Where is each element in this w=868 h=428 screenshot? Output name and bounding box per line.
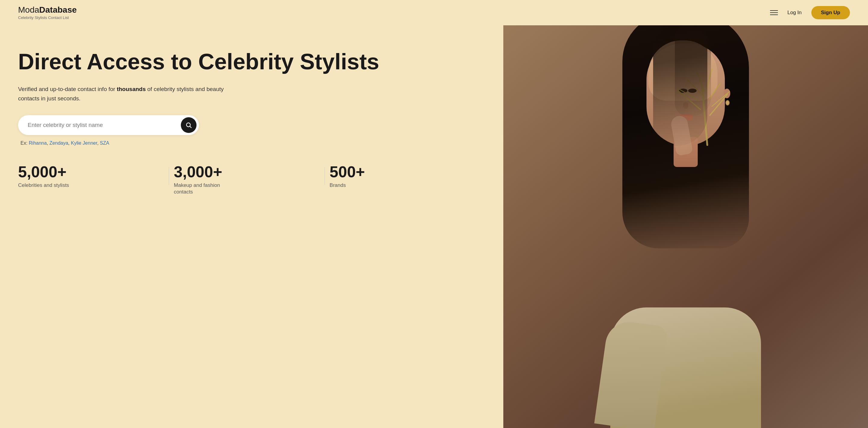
left-section: Direct Access to Celebrity Stylists Veri… (0, 25, 503, 428)
search-button[interactable] (181, 117, 196, 133)
svg-line-1 (190, 126, 191, 128)
search-icon (185, 122, 192, 128)
search-input[interactable] (18, 115, 199, 135)
search-examples: Ex: Rihanna, Zendaya, Kylie Jenner, SZA (21, 141, 485, 146)
search-example-zendaya[interactable]: Zendaya (50, 141, 68, 146)
stat-brands-label: Brands (330, 182, 476, 189)
signup-button[interactable]: Sign Up (811, 6, 850, 19)
stat-brands: 500+ Brands (330, 164, 486, 189)
search-example-sza[interactable]: SZA (100, 141, 109, 146)
hero-image (503, 25, 868, 428)
search-container (18, 115, 199, 135)
search-example-rihanna[interactable]: Rihanna (29, 141, 47, 146)
right-section (503, 25, 868, 428)
hero-desc-prefix: Verified and up-to-date contact info for (18, 86, 117, 92)
hero-desc-bold: thousands (117, 86, 146, 92)
stats-section: 5,000+ Celebrities and stylists 3,000+ M… (18, 164, 485, 195)
hero-description: Verified and up-to-date contact info for… (18, 85, 229, 103)
search-example-kylie[interactable]: Kylie Jenner (71, 141, 97, 146)
hamburger-menu-icon[interactable] (770, 10, 778, 15)
search-examples-prefix: Ex: (21, 141, 29, 146)
nav-area: Log In Sign Up (770, 6, 850, 19)
main-content: Direct Access to Celebrity Stylists Veri… (0, 25, 868, 428)
logo-subtitle: Celebrity Stylists Contact List (18, 16, 77, 20)
stat-contacts: 3,000+ Makeup and fashioncontacts (174, 164, 330, 195)
stat-celebrities: 5,000+ Celebrities and stylists (18, 164, 174, 189)
logo-second-part: Database (39, 5, 77, 14)
stat-contacts-label: Makeup and fashioncontacts (174, 182, 320, 195)
hero-title: Direct Access to Celebrity Stylists (18, 50, 485, 74)
stat-brands-number: 500+ (330, 164, 476, 180)
logo: ModaDatabase (18, 5, 77, 15)
svg-point-0 (187, 123, 190, 127)
stat-celebrities-number: 5,000+ (18, 164, 164, 180)
page-wrapper: ModaDatabase Celebrity Stylists Contact … (0, 0, 868, 428)
stat-celebrities-label: Celebrities and stylists (18, 182, 164, 189)
header: ModaDatabase Celebrity Stylists Contact … (0, 0, 868, 25)
login-link[interactable]: Log In (787, 10, 802, 16)
stat-contacts-number: 3,000+ (174, 164, 320, 180)
logo-first-part: Moda (18, 5, 39, 14)
logo-area: ModaDatabase Celebrity Stylists Contact … (18, 5, 77, 20)
